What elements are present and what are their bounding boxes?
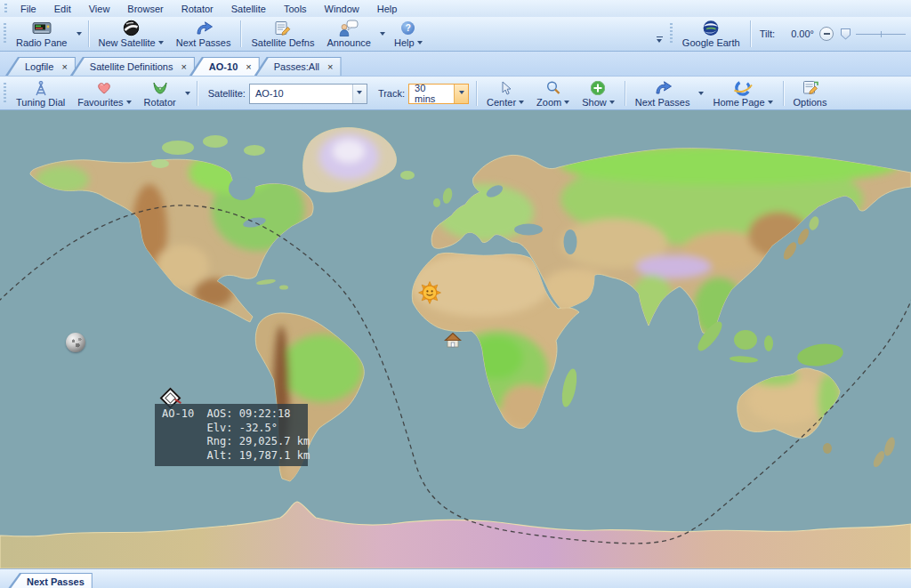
home-page-label: Home Page [713, 97, 764, 108]
radio-pane-button[interactable]: Radio Pane [10, 17, 74, 51]
curved-arrow-icon [194, 20, 214, 36]
center-button[interactable]: Center [480, 77, 530, 109]
separator [783, 81, 784, 106]
menu-help[interactable]: Help [368, 2, 407, 16]
announce-dropdown[interactable] [377, 17, 388, 51]
tilt-value: 0.00° [780, 28, 814, 39]
menu-file[interactable]: File [12, 2, 45, 16]
globe-icon [123, 20, 140, 36]
next-passes-dropdown[interactable] [696, 77, 706, 109]
next-passes-label: Next Passes [176, 37, 231, 48]
chevron-down-icon [126, 101, 132, 107]
close-icon[interactable]: × [327, 62, 333, 71]
rotator-dropdown[interactable] [182, 77, 193, 109]
menu-bar: File Edit View Browser Rotator Satellite… [0, 0, 911, 17]
close-icon[interactable]: × [61, 62, 67, 71]
chevron-down-icon [459, 91, 464, 97]
options-icon [802, 79, 819, 96]
close-icon[interactable]: × [181, 62, 186, 71]
tilt-slider-thumb[interactable] [841, 28, 851, 40]
home-location-icon [444, 331, 462, 349]
zoom-button[interactable]: Zoom [530, 77, 576, 109]
magnifier-icon [545, 79, 561, 96]
cursor-icon [498, 79, 512, 96]
chevron-down-icon [185, 92, 190, 98]
separator [240, 20, 241, 47]
menu-browser[interactable]: Browser [118, 2, 172, 16]
combobox-dropdown-button[interactable] [454, 85, 468, 103]
tab-passes-all[interactable]: Passes:All × [254, 57, 342, 76]
track-field-label: Track: [367, 88, 408, 99]
options-label: Options [794, 97, 827, 108]
toolbar-grip [4, 23, 6, 44]
overflow-icon [657, 36, 663, 37]
favourites-button[interactable]: Favourites [71, 77, 137, 109]
tilt-slider-track[interactable] [856, 34, 906, 35]
menu-view[interactable]: View [80, 2, 119, 16]
toolbar-overflow-button[interactable] [653, 36, 666, 51]
map-next-passes-button[interactable]: Next Passes [629, 77, 697, 109]
menu-edit[interactable]: Edit [45, 2, 80, 16]
tab-ao-10[interactable]: AO-10 × [189, 57, 260, 76]
rotator-button[interactable]: Rotator [138, 77, 182, 109]
close-icon[interactable]: × [246, 62, 251, 71]
toolbar-grip [4, 4, 7, 14]
browser-icon [733, 79, 753, 96]
new-satellite-button[interactable]: New Satellite [93, 17, 170, 51]
tilt-decrease-button[interactable] [819, 27, 834, 41]
satellite-combobox[interactable]: AO-10 [249, 84, 367, 104]
tab-logfile[interactable]: Logfile × [5, 57, 76, 76]
menu-satellite[interactable]: Satellite [222, 2, 275, 16]
help-button[interactable]: ? Help [388, 17, 429, 51]
tab-label: Logfile [25, 61, 53, 72]
satellite-defns-button[interactable]: Satellite Defns [245, 17, 320, 51]
help-label: Help [394, 37, 415, 48]
world-map[interactable]: AO-10 AOS: 09:22:18 Elv: -32.5° Rng: 29,… [0, 110, 911, 568]
zoom-label: Zoom [536, 97, 561, 108]
announce-label: Announce [327, 37, 371, 48]
radio-pane-label: Radio Pane [16, 37, 68, 48]
show-button[interactable]: Show [576, 77, 621, 109]
separator [750, 20, 751, 47]
next-passes-label: Next Passes [635, 97, 690, 108]
chevron-down-icon [77, 32, 82, 38]
google-earth-button[interactable]: Google Earth [676, 17, 746, 51]
chevron-down-icon [417, 41, 423, 47]
help-icon: ? [401, 20, 415, 36]
chevron-down-icon [609, 101, 615, 107]
chevron-down-icon [158, 41, 164, 47]
map-toolbar: Tuning Dial Favourites Rotator Satellite… [0, 77, 911, 110]
menu-tools[interactable]: Tools [275, 2, 316, 16]
separator [625, 81, 625, 106]
separator [476, 81, 477, 106]
chevron-down-icon [380, 32, 385, 38]
menu-window[interactable]: Window [316, 2, 368, 16]
track-combobox[interactable]: 30 mins [408, 84, 469, 104]
home-page-button[interactable]: Home Page [706, 77, 778, 109]
combobox-dropdown-button[interactable] [352, 85, 367, 103]
bottom-tab-next-passes[interactable]: Next Passes [7, 573, 93, 588]
favourites-label: Favourites [77, 97, 123, 108]
tuning-dial-button[interactable]: Tuning Dial [10, 77, 71, 109]
satellite-marker-icon[interactable] [66, 333, 85, 352]
chevron-down-icon [357, 91, 362, 97]
antenna-icon [32, 79, 50, 96]
tab-satellite-definitions[interactable]: Satellite Definitions × [70, 57, 195, 76]
tilt-control: Tilt: 0.00° [754, 17, 911, 51]
tilt-label: Tilt: [760, 28, 775, 39]
satellite-info-tooltip: AO-10 AOS: 09:22:18 Elv: -32.5° Rng: 29,… [155, 404, 308, 466]
options-button[interactable]: Options [787, 77, 834, 109]
menu-rotator[interactable]: Rotator [173, 2, 222, 16]
new-satellite-label: New Satellite [99, 37, 156, 48]
separator [88, 20, 89, 47]
chevron-down-icon [519, 101, 524, 107]
next-passes-button[interactable]: Next Passes [170, 17, 238, 51]
document-tab-strip: Logfile × Satellite Definitions × AO-10 … [0, 52, 911, 77]
rotator-icon [152, 79, 168, 96]
announce-button[interactable]: Announce [320, 17, 377, 51]
add-circle-icon [590, 79, 606, 96]
tab-label: Satellite Definitions [90, 61, 173, 72]
heart-icon [96, 79, 112, 96]
radio-pane-dropdown[interactable] [74, 17, 85, 51]
minus-icon [824, 33, 830, 35]
